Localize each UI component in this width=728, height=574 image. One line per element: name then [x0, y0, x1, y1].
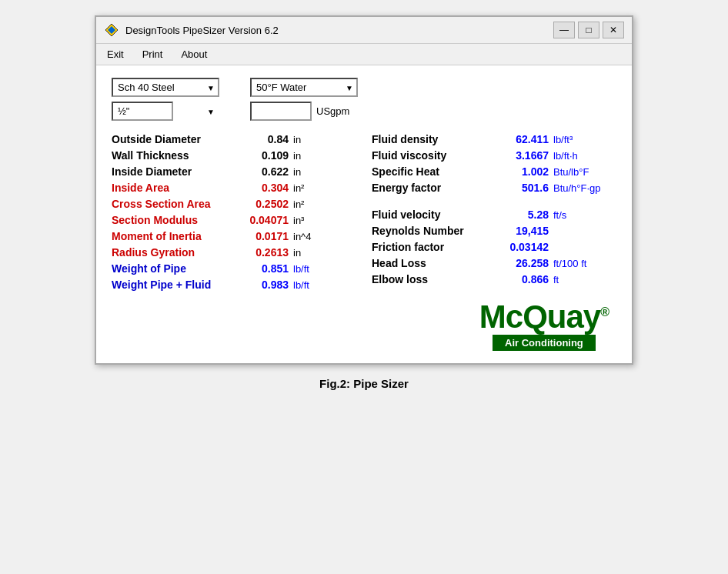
table-row: Specific Heat 1.002 Btu/lb°F — [372, 165, 616, 178]
flow-prop-unit-4: ft — [553, 274, 559, 285]
table-row: Inside Area 0.304 in² — [112, 182, 356, 194]
prop-value-8: 0.851 — [235, 262, 289, 275]
fluid-prop-label-1: Fluid viscosity — [372, 149, 495, 162]
pipe-size-select[interactable]: ¼" 3/8" ½" ¾" 1" 1¼" 1½" 2" — [112, 102, 173, 121]
flow-rate-input[interactable] — [250, 102, 312, 121]
fluid-prop-value-3: 501.6 — [495, 182, 549, 194]
table-row: Reynolds Number 19,415 — [372, 225, 616, 237]
table-row: Friction factor 0.03142 — [372, 241, 616, 253]
prop-label-4: Cross Section Area — [112, 198, 235, 210]
fluid-prop-label-3: Energy factor — [372, 182, 495, 194]
prop-label-3: Inside Area — [112, 182, 235, 194]
flow-prop-label-2: Friction factor — [372, 241, 495, 253]
minimize-button[interactable]: — — [553, 22, 575, 38]
left-data-panel: Outside Diameter 0.84 in Wall Thickness … — [112, 133, 356, 351]
right-controls: 50°F Water 60°F Water 70°F Water 80°F Wa… — [250, 78, 358, 121]
prop-unit-6: in^4 — [293, 231, 311, 242]
menu-about[interactable]: About — [178, 47, 210, 62]
table-row: Elbow loss 0.866 ft — [372, 273, 616, 285]
prop-value-1: 0.109 — [235, 149, 289, 162]
left-controls: Sch 40 Steel Sch 80 Steel Copper Type K … — [112, 78, 219, 121]
fluid-type-select[interactable]: 50°F Water 60°F Water 70°F Water 80°F Wa… — [250, 78, 358, 97]
prop-value-9: 0.983 — [235, 279, 289, 291]
menu-exit[interactable]: Exit — [104, 47, 127, 62]
registered-symbol: ® — [600, 305, 609, 319]
prop-label-8: Weight of Pipe — [112, 262, 235, 275]
figure-caption: Fig.2: Pipe Sizer — [319, 377, 409, 390]
right-data-panel: Fluid density 62.411 lb/ft³ Fluid viscos… — [372, 133, 616, 351]
table-row: Fluid density 62.411 lb/ft³ — [372, 133, 616, 145]
table-row: Cross Section Area 0.2502 in² — [112, 198, 356, 210]
table-row: Fluid velocity 5.28 ft/s — [372, 209, 616, 221]
fluid-prop-value-2: 1.002 — [495, 165, 549, 178]
prop-label-6: Moment of Inertia — [112, 230, 235, 242]
table-row: Outside Diameter 0.84 in — [112, 133, 356, 145]
flow-prop-value-0: 5.28 — [495, 209, 549, 221]
fluid-select-wrapper[interactable]: 50°F Water 60°F Water 70°F Water 80°F Wa… — [250, 78, 358, 97]
table-row: Weight of Pipe 0.851 lb/ft — [112, 262, 356, 275]
flow-prop-label-3: Head Loss — [372, 257, 495, 269]
title-bar: DesignTools PipeSizer Version 6.2 — □ ✕ — [96, 17, 632, 44]
prop-label-0: Outside Diameter — [112, 133, 235, 145]
flow-prop-value-1: 19,415 — [495, 225, 549, 237]
fluid-prop-unit-3: Btu/h°F·gp — [553, 182, 601, 194]
fluid-prop-value-0: 62.411 — [495, 133, 549, 145]
prop-unit-9: lb/ft — [293, 279, 309, 291]
title-bar-left: DesignTools PipeSizer Version 6.2 — [104, 22, 279, 38]
prop-value-0: 0.84 — [235, 133, 289, 145]
flow-prop-unit-0: ft/s — [553, 209, 566, 221]
prop-unit-7: in — [293, 247, 301, 259]
main-content: Sch 40 Steel Sch 80 Steel Copper Type K … — [96, 65, 632, 363]
menu-bar: Exit Print About — [96, 44, 632, 65]
flow-prop-label-4: Elbow loss — [372, 273, 495, 285]
close-button[interactable]: ✕ — [603, 22, 624, 38]
prop-unit-5: in³ — [293, 215, 304, 226]
prop-value-5: 0.04071 — [235, 214, 289, 226]
logo-section: McQuay® Air Conditioning — [372, 301, 616, 351]
table-row: Moment of Inertia 0.0171 in^4 — [112, 230, 356, 242]
prop-unit-1: in — [293, 150, 301, 162]
table-row: Wall Thickness 0.109 in — [112, 149, 356, 162]
flow-input-row: USgpm — [250, 102, 358, 121]
prop-value-3: 0.304 — [235, 182, 289, 194]
table-row: Section Modulus 0.04071 in³ — [112, 214, 356, 226]
maximize-button[interactable]: □ — [578, 22, 599, 38]
main-window: DesignTools PipeSizer Version 6.2 — □ ✕ … — [95, 15, 633, 365]
flow-prop-label-0: Fluid velocity — [372, 209, 495, 221]
pipe-material-select[interactable]: Sch 40 Steel Sch 80 Steel Copper Type K … — [112, 78, 219, 97]
flow-prop-label-1: Reynolds Number — [372, 225, 495, 237]
brand-name: McQuay® — [479, 301, 609, 333]
fluid-prop-unit-0: lb/ft³ — [553, 134, 573, 145]
fluid-prop-label-2: Specific Heat — [372, 165, 495, 178]
fluid-prop-unit-1: lb/ft·h — [553, 150, 578, 162]
brand-text: McQuay — [479, 299, 600, 335]
pipe-select-wrapper[interactable]: Sch 40 Steel Sch 80 Steel Copper Type K … — [112, 78, 219, 97]
fluid-prop-label-0: Fluid density — [372, 133, 495, 145]
window-controls: — □ ✕ — [553, 22, 624, 38]
window-title: DesignTools PipeSizer Version 6.2 — [125, 25, 279, 36]
prop-unit-0: in — [293, 134, 301, 145]
fluid-prop-unit-2: Btu/lb°F — [553, 166, 589, 178]
flow-prop-value-4: 0.866 — [495, 273, 549, 285]
app-icon — [104, 22, 119, 38]
table-row: Radius Gyration 0.2613 in — [112, 246, 356, 259]
data-section: Outside Diameter 0.84 in Wall Thickness … — [112, 133, 616, 351]
prop-unit-4: in² — [293, 199, 304, 210]
pipe-size-select-wrapper[interactable]: ¼" 3/8" ½" ¾" 1" 1¼" 1½" 2" — [112, 102, 219, 121]
menu-print[interactable]: Print — [139, 47, 166, 62]
flow-prop-value-3: 26.258 — [495, 257, 549, 269]
prop-label-2: Inside Diameter — [112, 165, 235, 178]
table-row: Head Loss 26.258 ft/100 ft — [372, 257, 616, 269]
flow-prop-value-2: 0.03142 — [495, 241, 549, 253]
prop-label-7: Radius Gyration — [112, 246, 235, 259]
divider-space — [372, 198, 616, 209]
prop-value-2: 0.622 — [235, 165, 289, 178]
table-row: Energy factor 501.6 Btu/h°F·gp — [372, 182, 616, 194]
prop-unit-2: in — [293, 166, 301, 178]
flow-unit-label: USgpm — [316, 105, 349, 117]
prop-label-5: Section Modulus — [112, 214, 235, 226]
prop-unit-3: in² — [293, 182, 304, 194]
table-row: Inside Diameter 0.622 in — [112, 165, 356, 178]
brand-tagline: Air Conditioning — [493, 335, 596, 351]
prop-value-4: 0.2502 — [235, 198, 289, 210]
